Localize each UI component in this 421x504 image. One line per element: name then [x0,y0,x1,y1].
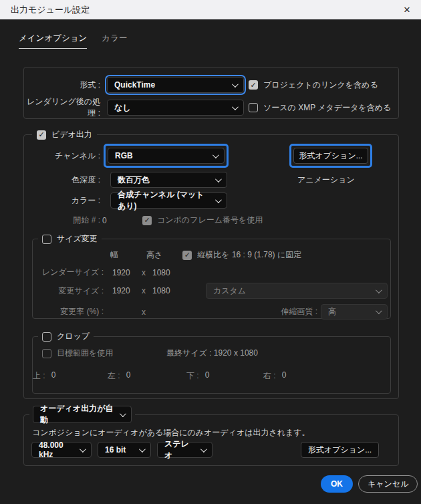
resize-label: サイズ変更 [57,233,98,245]
crop-bottom: 下 :0 [186,370,209,382]
channels-dropdown[interactable]: RGB [108,148,225,164]
crop-top-label: 上 : [33,370,45,382]
height-header: 高さ [146,249,162,261]
title-bar: 出力モジュール設定 × [0,0,421,19]
crop-top-value: 0 [51,370,56,382]
use-comp-frame-checkbox[interactable]: ✓ [142,216,152,225]
render-size-label: レンダーサイズ : [33,267,104,278]
video-output-section: ✓ ビデオ出力 チャンネル : RGB 形式オプション... 色深度 : 数百万… [23,134,399,399]
chevron-down-icon [232,81,239,88]
crop-bottom-value: 0 [205,370,210,382]
resize-header-row: 幅 高さ ✓ 縦横比を 16 : 9 (1.78) に固定 [33,249,390,261]
chevron-down-icon [200,446,207,453]
lock-aspect-label: 縦横比を 16 : 9 (1.78) に固定 [197,249,301,261]
close-icon[interactable]: × [404,4,410,15]
resize-size-row: 変更サイズ : 1920 x 1080 カスタム [33,283,390,299]
crop-left-label: 左 : [108,370,120,382]
audio-channels-value: ステレオ [164,438,195,461]
crop-label: クロップ [57,331,90,342]
video-output-legend: ✓ ビデオ出力 [32,129,97,140]
include-project-link-label: プロジェクトのリンクを含める [263,80,378,91]
tab-color[interactable]: カラー [102,33,127,49]
audio-channels-dropdown[interactable]: ステレオ [157,442,213,458]
crop-values-row: 上 :0 左 :0 下 :0 右 :0 [33,370,390,381]
audio-output-section: オーディオ出力が自動 コンポジションにオーディオがある場合にのみオーディオは出力… [23,414,399,466]
audio-settings-row: 48.000 kHz 16 bit ステレオ [31,442,213,458]
percent-x: x [142,307,150,317]
tab-main-options[interactable]: メインオプション [19,33,87,49]
audio-mode-value: オーディオ出力が自動 [40,403,114,426]
resize-width: 1920 [104,286,142,295]
crop-left-value: 0 [126,370,131,382]
render-height: 1080 [150,268,170,277]
post-render-value: なし [114,102,131,114]
crop-right: 右 :0 [263,370,286,382]
resize-legend: サイズ変更 [38,233,102,245]
quality-dropdown[interactable]: 高 [321,304,388,320]
chevron-down-icon [232,104,239,110]
resize-preset-value: カスタム [213,285,246,297]
format-options-highlight-box: 形式オプション... [289,144,372,168]
chevron-down-icon [120,410,126,417]
format-label: 形式 : [24,80,100,91]
resize-checkbox[interactable] [42,235,51,244]
width-header: 幅 [110,249,118,261]
color-row: カラー : 合成チャンネル (マットあり) [24,193,398,209]
use-comp-frame-label: コンポのフレーム番号を使用 [157,215,263,226]
start-number-value: 0 [102,216,137,225]
crop-roi-row: 目標範囲を使用 最終サイズ : 1920 x 1080 [33,348,390,359]
dialog-title: 出力モジュール設定 [11,4,90,16]
depth-value: 数百万色 [118,174,150,186]
video-output-checkbox[interactable]: ✓ [37,130,46,140]
start-number-row: 開始 # : 0 ✓ コンポのフレーム番号を使用 [24,215,398,226]
chevron-down-icon [376,307,382,314]
chevron-down-icon [80,446,86,453]
lock-aspect-checkbox[interactable]: ✓ [182,251,192,260]
render-size-row: レンダーサイズ : 1920 x 1080 [33,267,390,278]
crop-top: 上 :0 [33,370,55,382]
cancel-button[interactable]: キャンセル [358,475,418,493]
resize-percent-label: 変更率 (%) : [33,306,104,318]
bit-depth-dropdown[interactable]: 16 bit [98,442,151,458]
chevron-down-icon [376,287,382,293]
channels-row: チャンネル : RGB 形式オプション... [24,144,398,168]
color-label: カラー : [24,195,100,207]
use-roi-checkbox[interactable] [42,349,51,358]
format-value: QuickTime [114,80,155,90]
post-render-row: レンダリング後の処理 : なし ソースの XMP メタデータを含める [24,96,398,119]
crop-right-value: 0 [282,370,287,382]
bit-depth-value: 16 bit [105,445,126,455]
channels-label: チャンネル : [24,150,100,162]
audio-mode-dropdown[interactable]: オーディオ出力が自動 [33,406,132,423]
format-options-button[interactable]: 形式オプション... [293,148,368,164]
ok-button[interactable]: OK [321,475,353,493]
crop-left: 左 :0 [108,370,130,382]
post-render-label: レンダリング後の処理 : [24,96,100,119]
output-module-settings-dialog: 出力モジュール設定 × メインオプション カラー 形式 : QuickTime … [0,0,421,504]
format-row: 形式 : QuickTime ✓ プロジェクトのリンクを含める [24,77,398,93]
depth-dropdown[interactable]: 数百万色 [110,172,227,188]
use-roi-label: 目標範囲を使用 [57,348,113,359]
quality-value: 高 [328,306,336,318]
crop-checkbox[interactable] [42,332,51,342]
format-dropdown[interactable]: QuickTime [107,77,244,93]
resize-preset-dropdown[interactable]: カスタム [206,283,388,299]
audio-format-options-button[interactable]: 形式オプション... [301,442,379,458]
render-x: x [142,268,150,277]
audio-note: コンポジションにオーディオがある場合にのみオーディオは出力されます。 [32,427,310,438]
channels-highlight-box: RGB [104,144,229,168]
sample-rate-dropdown[interactable]: 48.000 kHz [31,442,92,458]
chevron-down-icon [215,176,222,182]
color-dropdown[interactable]: 合成チャンネル (マットあり) [110,193,227,209]
channels-value: RGB [115,151,133,160]
post-render-dropdown[interactable]: なし [107,100,244,116]
sample-rate-value: 48.000 kHz [39,440,74,459]
depth-label: 色深度 : [24,174,100,186]
render-width: 1920 [104,268,142,277]
include-xmp-checkbox[interactable] [249,103,258,112]
color-value: 合成チャンネル (マットあり) [118,189,210,212]
include-project-link-checkbox[interactable]: ✓ [249,80,258,90]
resize-size-label: 変更サイズ : [33,285,104,297]
start-number-label: 開始 # : [24,215,100,226]
resize-height: 1080 [150,286,170,295]
